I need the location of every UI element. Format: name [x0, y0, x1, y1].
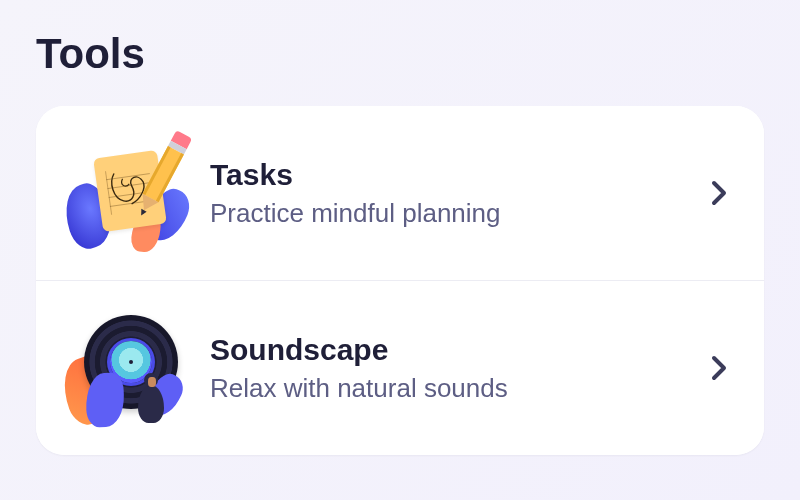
tool-subtitle: Relax with natural sounds — [210, 373, 682, 404]
tool-row-tasks[interactable]: Tasks Practice mindful planning — [36, 106, 764, 280]
soundscape-illustration-icon — [72, 313, 182, 423]
tool-text: Soundscape Relax with natural sounds — [210, 333, 682, 404]
tool-text: Tasks Practice mindful planning — [210, 158, 682, 229]
tool-subtitle: Practice mindful planning — [210, 198, 682, 229]
tool-title: Tasks — [210, 158, 682, 192]
tools-list: Tasks Practice mindful planning Soundsca… — [36, 106, 764, 455]
chevron-right-icon — [710, 354, 728, 382]
chevron-right-icon — [710, 179, 728, 207]
tasks-illustration-icon — [72, 138, 182, 248]
tool-row-soundscape[interactable]: Soundscape Relax with natural sounds — [36, 280, 764, 455]
tool-title: Soundscape — [210, 333, 682, 367]
page-title: Tools — [36, 30, 764, 78]
